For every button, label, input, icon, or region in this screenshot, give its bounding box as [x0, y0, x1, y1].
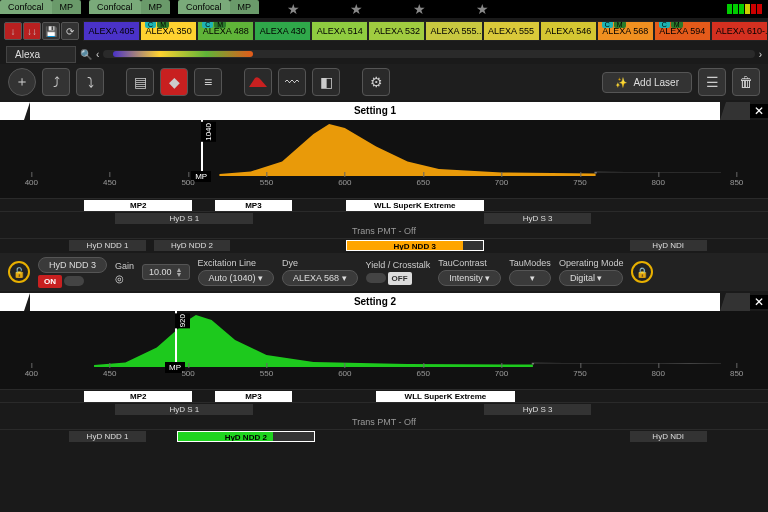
- axis-tick: 850: [730, 178, 743, 187]
- curve-icon[interactable]: 〰: [278, 68, 306, 96]
- detector-hyd-ndd-1[interactable]: HyD NDD 1: [69, 431, 146, 442]
- detector-mp3[interactable]: MP3: [215, 200, 292, 211]
- mp-tab[interactable]: MP: [52, 0, 82, 14]
- gain-stepper[interactable]: 10.00▲▼: [142, 264, 189, 280]
- channel-alexa-568[interactable]: CMALEXA 568: [597, 21, 654, 41]
- excitation-select[interactable]: Auto (1040) ▾: [198, 270, 275, 286]
- setting-2-panel: ☑ Setting 2 ✕ 920 MP 4004505005506006507…: [0, 293, 768, 442]
- mp-tab[interactable]: MP: [230, 0, 260, 14]
- setting-1-panel: ☑ Setting 1 ✕ 1040 MP 400450500550600650…: [0, 102, 768, 251]
- channel-alexa-514[interactable]: ALEXA 514: [311, 21, 368, 41]
- status-leds: [727, 0, 768, 18]
- scroll-left-icon[interactable]: ‹: [96, 49, 99, 60]
- axis-tick: 750: [573, 369, 586, 378]
- star-icon[interactable]: ★: [476, 1, 489, 17]
- add-laser-label: Add Laser: [633, 77, 679, 88]
- yield-toggle[interactable]: OFF: [388, 272, 412, 285]
- axis-tick: 750: [573, 178, 586, 187]
- lock-icon[interactable]: 🔓: [8, 261, 30, 283]
- star-icon[interactable]: ★: [287, 1, 300, 17]
- search-input[interactable]: [6, 46, 76, 63]
- panel-title: Setting 1: [30, 102, 720, 120]
- axis-tick: 500: [181, 369, 194, 378]
- axis-tick: 800: [652, 178, 665, 187]
- dye-select[interactable]: ALEXA 568 ▾: [282, 270, 358, 286]
- axis-tick: 400: [25, 178, 38, 187]
- axis-tick: 850: [730, 369, 743, 378]
- channel-alexa-488[interactable]: CMALEXA 488: [197, 21, 254, 41]
- opmode-select[interactable]: Digital ▾: [559, 270, 624, 286]
- lock-icon[interactable]: 🔒: [631, 261, 653, 283]
- close-icon[interactable]: ✕: [750, 295, 768, 309]
- detector-hyd-ndd-1[interactable]: HyD NDD 1: [69, 240, 146, 251]
- detector-hyd-ndd-2[interactable]: HyD NDD 2: [177, 431, 315, 442]
- channel-alexa-610-[interactable]: ALEXA 610-...: [711, 21, 768, 41]
- detector-hyd-s-1[interactable]: HyD S 1: [115, 404, 253, 415]
- detector-wll-superk-extreme[interactable]: WLL SuperK Extreme: [376, 391, 514, 402]
- detector-hyd-s-3[interactable]: HyD S 3: [484, 404, 592, 415]
- download-button[interactable]: ⤵: [76, 68, 104, 96]
- opmode-label: Operating Mode: [559, 258, 624, 268]
- axis-tick: 600: [338, 178, 351, 187]
- channel-alexa-555-[interactable]: ALEXA 555...: [425, 21, 482, 41]
- record-button[interactable]: ◆: [160, 68, 188, 96]
- favorites-bar: ★ ★ ★ ★: [267, 0, 727, 18]
- confocal-tab[interactable]: Confocal: [178, 0, 230, 14]
- star-icon[interactable]: ★: [350, 1, 363, 17]
- refresh-button[interactable]: ⟳: [61, 22, 79, 40]
- sort-desc-button[interactable]: ↓: [4, 22, 22, 40]
- axis-tick: 550: [260, 369, 273, 378]
- taumodes-select[interactable]: ▾: [509, 270, 551, 286]
- channel-alexa-430[interactable]: ALEXA 430: [254, 21, 311, 41]
- upload-button[interactable]: ⤴: [42, 68, 70, 96]
- save-preset-button[interactable]: 💾: [42, 22, 60, 40]
- channel-alexa-546[interactable]: ALEXA 546: [540, 21, 597, 41]
- target-icon[interactable]: ◎: [115, 273, 134, 284]
- laser-wavelength-label: 920: [175, 313, 190, 328]
- spectrum-icon[interactable]: [244, 68, 272, 96]
- taucontrast-label: TauContrast: [438, 258, 501, 268]
- detector-hyd-ndd-2[interactable]: HyD NDD 2: [154, 240, 231, 251]
- confocal-tab[interactable]: Confocal: [89, 0, 141, 14]
- detector-mp3[interactable]: MP3: [215, 391, 292, 402]
- taumodes-label: TauModes: [509, 258, 551, 268]
- axis-tick: 800: [652, 369, 665, 378]
- layers-icon[interactable]: ▤: [126, 68, 154, 96]
- detector-hyd-ndd-3[interactable]: HyD NDD 3: [346, 240, 484, 251]
- stack-icon[interactable]: ≡: [194, 68, 222, 96]
- channel-alexa-594[interactable]: CMALEXA 594: [654, 21, 711, 41]
- trans-pmt-label: Trans PMT - Off: [0, 224, 768, 238]
- channel-alexa-405[interactable]: ALEXA 405: [83, 21, 140, 41]
- confocal-tab[interactable]: Confocal: [0, 0, 52, 14]
- scroll-right-icon[interactable]: ›: [759, 49, 762, 60]
- channel-scrollbar[interactable]: [103, 50, 754, 58]
- detector-hyd-ndi[interactable]: HyD NDI: [630, 240, 707, 251]
- detector-hyd-s-1[interactable]: HyD S 1: [115, 213, 253, 224]
- channel-alexa-555[interactable]: ALEXA 555: [483, 21, 540, 41]
- detector-wll-superk-extreme[interactable]: WLL SuperK Extreme: [346, 200, 484, 211]
- detector-mp2[interactable]: MP2: [84, 391, 192, 402]
- channel-alexa-532[interactable]: ALEXA 532: [368, 21, 425, 41]
- yield-label: Yield / Crosstalk: [366, 260, 431, 270]
- sort-asc-button[interactable]: ↓↓: [23, 22, 41, 40]
- taucontrast-select[interactable]: Intensity ▾: [438, 270, 501, 286]
- list-button[interactable]: ☰: [698, 68, 726, 96]
- channel-alexa-350[interactable]: CMALEXA 350: [140, 21, 197, 41]
- star-icon[interactable]: ★: [413, 1, 426, 17]
- settings-icon[interactable]: ⚙: [362, 68, 390, 96]
- axis-tick: 450: [103, 178, 116, 187]
- search-icon[interactable]: 🔍: [80, 49, 92, 60]
- channel-row: ↓ ↓↓ 💾 ⟳ ALEXA 405CMALEXA 350CMALEXA 488…: [0, 18, 768, 44]
- eraser-icon[interactable]: ◧: [312, 68, 340, 96]
- axis-tick: 500: [181, 178, 194, 187]
- detector-mp2[interactable]: MP2: [84, 200, 192, 211]
- close-icon[interactable]: ✕: [750, 104, 768, 118]
- detector-select[interactable]: HyD NDD 3: [38, 257, 107, 273]
- add-button[interactable]: ＋: [8, 68, 36, 96]
- add-laser-button[interactable]: ✨ Add Laser: [602, 72, 692, 93]
- on-toggle[interactable]: ON: [38, 275, 62, 288]
- mp-tab[interactable]: MP: [141, 0, 171, 14]
- detector-hyd-ndi[interactable]: HyD NDI: [630, 431, 707, 442]
- detector-hyd-s-3[interactable]: HyD S 3: [484, 213, 592, 224]
- trash-button[interactable]: 🗑: [732, 68, 760, 96]
